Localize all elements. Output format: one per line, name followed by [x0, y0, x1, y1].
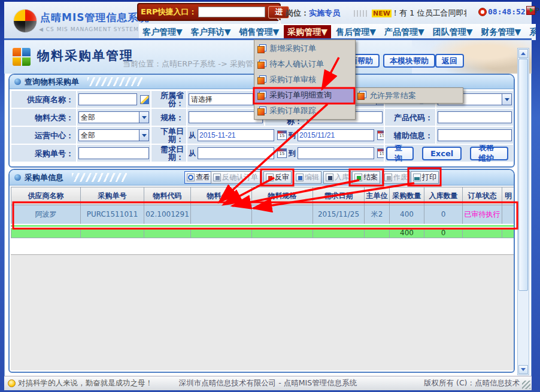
cell-material-name[interactable] — [191, 205, 252, 224]
unconfirm-icon — [213, 174, 221, 181]
po-number-label: 采购单号： — [11, 145, 76, 162]
cell-unit[interactable]: 米2 — [365, 205, 390, 224]
scroll-up-arrow-icon[interactable] — [518, 49, 528, 58]
cell-in-qty[interactable]: 0 — [424, 205, 463, 224]
supplier-input[interactable] — [78, 93, 137, 105]
erp-quick-entry-input[interactable] — [198, 7, 265, 17]
stripes-decoration — [72, 173, 127, 182]
menu-sales-mgmt[interactable]: 销售管理▼ — [236, 25, 283, 39]
menu-item-order-detail-query[interactable]: 采购订单明细查询 — [255, 87, 354, 103]
close-case-arrow-icon — [354, 174, 362, 181]
search-button[interactable]: 查询 — [386, 147, 414, 160]
cell-supplier[interactable]: 阿波罗 — [11, 205, 81, 224]
menu-purchase-mgmt[interactable]: 采购管理▼ — [284, 25, 331, 39]
top-bar: 点晴MIS管理信息系统 ◀ CS MIS MANAGMENT SYSTEM ▶ … — [4, 2, 532, 39]
col-material-spec[interactable]: 物料规格 — [252, 187, 313, 205]
col-detail[interactable]: 明 — [502, 187, 515, 205]
back-button[interactable]: 返回 — [435, 54, 464, 68]
cell-detail[interactable] — [502, 205, 515, 224]
magnifier-icon — [187, 174, 195, 181]
void-icon — [384, 174, 392, 181]
menu-customer-mgmt[interactable]: 客户管理▼ — [139, 25, 186, 39]
post-value: 实施专员 — [309, 8, 340, 17]
menu-customer-visit[interactable]: 客户拜访▼ — [187, 25, 235, 39]
table-row[interactable]: 阿波罗 PURC1511011 02.1001291 2015/11/25 米2… — [11, 205, 515, 224]
unaudit-stamp-icon — [266, 174, 274, 181]
page-module-icon — [13, 48, 31, 66]
edit-pencil-icon — [296, 174, 304, 181]
col-supplier[interactable]: 供应商名称 — [11, 187, 81, 205]
cell-po-number[interactable]: PURC1511011 — [81, 205, 144, 224]
erp-quick-entry: ERP快捷入口： 进入 — [137, 3, 281, 21]
view-button[interactable]: 查看 — [184, 171, 213, 184]
calendar-icon[interactable]: 15 — [277, 130, 287, 140]
table-maintain-button[interactable]: 表格维护 — [470, 147, 508, 160]
calendar-icon[interactable]: 15 — [277, 148, 287, 158]
print-button[interactable]: 打印 — [411, 171, 439, 184]
clock: 08:48:52 — [478, 7, 526, 16]
supplier-picker-icon[interactable] — [140, 95, 149, 104]
col-demand-date[interactable]: 需求日期 — [313, 187, 365, 205]
summary-row: 400 0 — [11, 227, 515, 238]
menu-aftersales-mgmt[interactable]: 售后管理▼ — [332, 25, 380, 39]
col-po-number[interactable]: 采购单号 — [81, 187, 144, 205]
menu-team-mgmt[interactable]: 团队管理▼ — [429, 25, 477, 39]
col-material-name[interactable]: 物料名称 — [191, 187, 252, 205]
demand-date-from-input[interactable] — [198, 147, 274, 159]
chevron-down-icon — [502, 94, 511, 105]
product-code-input[interactable] — [438, 111, 512, 123]
cell-material-spec[interactable] — [252, 205, 313, 224]
new-badge: NEW — [372, 10, 392, 17]
summary-qty: 400 — [390, 227, 424, 238]
spec-input[interactable] — [189, 111, 263, 123]
demand-date-to-input[interactable] — [298, 147, 374, 159]
void-button[interactable]: 作废 — [382, 171, 410, 184]
order-date-to-input[interactable] — [298, 129, 374, 141]
province-select[interactable]: 请选择 — [189, 93, 263, 105]
menu-item-order-audit[interactable]: 采购订单审核 — [255, 72, 354, 87]
cell-material-code[interactable]: 02.1001291 — [144, 205, 191, 224]
aux-info-label: 辅助信息： — [385, 127, 435, 144]
menu-item-pending-confirm-orders[interactable]: 待本人确认订单 — [255, 56, 354, 72]
window-icon — [257, 107, 266, 116]
calendar-icon[interactable]: 15 — [377, 130, 384, 140]
menu-product-mgmt[interactable]: 产品管理▼ — [381, 25, 428, 39]
cell-qty[interactable]: 400 — [390, 205, 424, 224]
page-title: 物料采购单管理 — [37, 47, 134, 64]
material-class-select[interactable]: 全部 — [78, 111, 149, 123]
excel-button[interactable]: Excel — [422, 147, 462, 160]
submenu: 允许异常结案 — [354, 87, 463, 104]
col-qty[interactable]: 采购数量 — [390, 187, 424, 205]
close-case-button[interactable]: 结案 — [352, 171, 380, 184]
scroll-down-arrow-icon[interactable] — [518, 365, 528, 374]
vertical-scrollbar[interactable] — [517, 48, 529, 375]
op-center-label: 运营中心： — [11, 127, 76, 144]
unconfirm-order-button[interactable]: 反确认订单 — [211, 171, 260, 184]
unaudit-button[interactable]: 反审 — [263, 171, 292, 184]
floppy-export-icon[interactable] — [526, 6, 535, 15]
po-number-input[interactable] — [78, 147, 149, 159]
scrollbar-thumb[interactable] — [518, 59, 528, 291]
col-material-code[interactable]: 物料代码 — [144, 187, 191, 205]
menu-system-mgmt[interactable]: 系统管理▼ — [526, 25, 536, 39]
orders-section-title: 采购单信息 — [25, 172, 63, 183]
op-center-select[interactable]: 全部 — [78, 129, 149, 141]
from-label: 从 — [189, 148, 196, 159]
cell-status[interactable]: 已审待执行 — [463, 205, 502, 224]
stock-in-button[interactable]: 入库 — [323, 171, 351, 184]
module-help-button[interactable]: 本模块帮助 — [383, 54, 435, 68]
col-in-qty[interactable]: 入库数量 — [424, 187, 463, 205]
menu-finance-mgmt[interactable]: 财务管理▼ — [477, 25, 524, 39]
cell-demand-date[interactable]: 2015/11/25 — [313, 205, 365, 224]
menu-item-allow-abnormal-close[interactable]: 允许异常结案 — [355, 88, 463, 104]
menu-item-order-tracking[interactable]: 采购订单跟踪 — [255, 103, 354, 118]
to-label: 到 — [289, 148, 296, 159]
col-status[interactable]: 订单状态 — [463, 187, 502, 205]
col-unit[interactable]: 主单位 — [365, 187, 390, 205]
calendar-icon[interactable]: 15 — [377, 148, 384, 158]
breadcrumb-label: 当前位置： — [123, 59, 162, 68]
menu-item-new-purchase-order[interactable]: 新增采购订单 — [255, 41, 354, 56]
aux-info-input[interactable] — [438, 129, 512, 141]
order-date-from-input[interactable] — [198, 129, 274, 141]
edit-button[interactable]: 编辑 — [293, 171, 321, 184]
